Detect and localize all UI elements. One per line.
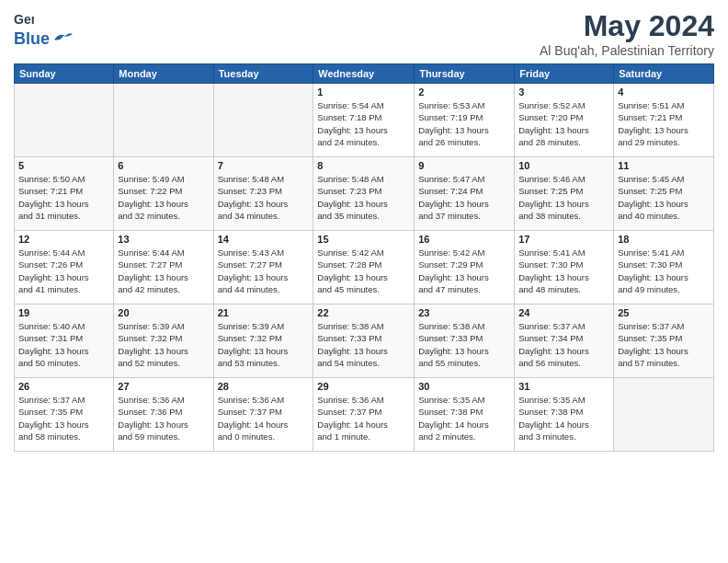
day-number-14: 14 (218, 234, 310, 245)
header-monday: Monday (114, 64, 213, 84)
day-number-1: 1 (317, 86, 410, 98)
day-info-10: Sunrise: 5:46 AM Sunset: 7:25 PM Dayligh… (518, 173, 609, 222)
day-info-1: Sunrise: 5:54 AM Sunset: 7:18 PM Dayligh… (317, 99, 410, 148)
day-number-15: 15 (317, 234, 410, 245)
cell-w3-d3: 22Sunrise: 5:38 AM Sunset: 7:33 PM Dayli… (313, 304, 415, 378)
day-number-2: 2 (418, 86, 510, 98)
header-saturday: Saturday (614, 64, 714, 84)
day-number-19: 19 (18, 307, 109, 318)
cell-w0-d3: 1Sunrise: 5:54 AM Sunset: 7:18 PM Daylig… (313, 84, 415, 157)
calendar-header-row: Sunday Monday Tuesday Wednesday Thursday… (15, 64, 714, 84)
week-row-1: 5Sunrise: 5:50 AM Sunset: 7:21 PM Daylig… (15, 157, 714, 231)
day-number-4: 4 (618, 86, 710, 98)
cell-w2-d3: 15Sunrise: 5:42 AM Sunset: 7:28 PM Dayli… (313, 231, 415, 304)
cell-w0-d0 (15, 84, 114, 157)
logo-icon: General (14, 9, 34, 29)
day-number-3: 3 (518, 86, 609, 98)
cell-w2-d2: 14Sunrise: 5:43 AM Sunset: 7:27 PM Dayli… (213, 231, 313, 304)
day-info-30: Sunrise: 5:35 AM Sunset: 7:38 PM Dayligh… (418, 394, 510, 442)
day-number-27: 27 (118, 381, 209, 392)
cell-w1-d5: 10Sunrise: 5:46 AM Sunset: 7:25 PM Dayli… (515, 157, 614, 231)
logo-bird-icon (52, 30, 74, 45)
cell-w2-d5: 17Sunrise: 5:41 AM Sunset: 7:30 PM Dayli… (515, 231, 614, 304)
day-info-24: Sunrise: 5:37 AM Sunset: 7:34 PM Dayligh… (518, 320, 609, 369)
day-number-17: 17 (518, 234, 609, 245)
cell-w2-d0: 12Sunrise: 5:44 AM Sunset: 7:26 PM Dayli… (15, 231, 114, 304)
cell-w0-d5: 3Sunrise: 5:52 AM Sunset: 7:20 PM Daylig… (515, 84, 614, 157)
day-number-26: 26 (18, 381, 109, 392)
cell-w3-d5: 24Sunrise: 5:37 AM Sunset: 7:34 PM Dayli… (515, 304, 614, 378)
day-info-12: Sunrise: 5:44 AM Sunset: 7:26 PM Dayligh… (18, 247, 109, 295)
cell-w3-d0: 19Sunrise: 5:40 AM Sunset: 7:31 PM Dayli… (15, 304, 114, 378)
day-info-16: Sunrise: 5:42 AM Sunset: 7:29 PM Dayligh… (418, 247, 510, 295)
day-info-3: Sunrise: 5:52 AM Sunset: 7:20 PM Dayligh… (518, 99, 609, 148)
day-number-24: 24 (518, 307, 609, 318)
day-info-27: Sunrise: 5:36 AM Sunset: 7:36 PM Dayligh… (118, 394, 209, 442)
day-number-23: 23 (418, 307, 510, 318)
day-number-10: 10 (518, 160, 609, 171)
day-info-17: Sunrise: 5:41 AM Sunset: 7:30 PM Dayligh… (518, 247, 609, 295)
cell-w0-d1 (114, 84, 213, 157)
day-info-8: Sunrise: 5:48 AM Sunset: 7:23 PM Dayligh… (317, 173, 410, 222)
day-number-6: 6 (118, 160, 209, 171)
cell-w2-d6: 18Sunrise: 5:41 AM Sunset: 7:30 PM Dayli… (614, 231, 714, 304)
day-info-4: Sunrise: 5:51 AM Sunset: 7:21 PM Dayligh… (618, 99, 710, 148)
week-row-0: 1Sunrise: 5:54 AM Sunset: 7:18 PM Daylig… (15, 84, 714, 157)
day-number-29: 29 (317, 381, 410, 392)
title-block: May 2024 Al Buq'ah, Palestinian Territor… (540, 9, 714, 58)
cell-w4-d4: 30Sunrise: 5:35 AM Sunset: 7:38 PM Dayli… (415, 378, 515, 452)
day-info-6: Sunrise: 5:49 AM Sunset: 7:22 PM Dayligh… (118, 173, 209, 222)
page: General Blue May 2024 Al Buq'ah, Palesti… (0, 0, 728, 563)
day-number-16: 16 (418, 234, 510, 245)
logo-blue-text: Blue (14, 29, 50, 49)
day-info-21: Sunrise: 5:39 AM Sunset: 7:32 PM Dayligh… (218, 320, 310, 369)
day-info-7: Sunrise: 5:48 AM Sunset: 7:23 PM Dayligh… (218, 173, 310, 222)
day-info-20: Sunrise: 5:39 AM Sunset: 7:32 PM Dayligh… (118, 320, 209, 369)
header-wednesday: Wednesday (313, 64, 415, 84)
cell-w4-d5: 31Sunrise: 5:35 AM Sunset: 7:38 PM Dayli… (515, 378, 614, 452)
subtitle: Al Buq'ah, Palestinian Territory (540, 43, 714, 58)
header-tuesday: Tuesday (213, 64, 313, 84)
week-row-3: 19Sunrise: 5:40 AM Sunset: 7:31 PM Dayli… (15, 304, 714, 378)
day-number-12: 12 (18, 234, 109, 245)
day-info-28: Sunrise: 5:36 AM Sunset: 7:37 PM Dayligh… (218, 394, 310, 442)
day-info-23: Sunrise: 5:38 AM Sunset: 7:33 PM Dayligh… (418, 320, 510, 369)
day-number-30: 30 (418, 381, 510, 392)
cell-w3-d4: 23Sunrise: 5:38 AM Sunset: 7:33 PM Dayli… (415, 304, 515, 378)
day-info-26: Sunrise: 5:37 AM Sunset: 7:35 PM Dayligh… (18, 394, 109, 442)
day-info-18: Sunrise: 5:41 AM Sunset: 7:30 PM Dayligh… (618, 247, 710, 295)
cell-w2-d1: 13Sunrise: 5:44 AM Sunset: 7:27 PM Dayli… (114, 231, 213, 304)
day-info-25: Sunrise: 5:37 AM Sunset: 7:35 PM Dayligh… (618, 320, 710, 369)
cell-w1-d2: 7Sunrise: 5:48 AM Sunset: 7:23 PM Daylig… (213, 157, 313, 231)
week-row-2: 12Sunrise: 5:44 AM Sunset: 7:26 PM Dayli… (15, 231, 714, 304)
main-title: May 2024 (540, 9, 714, 43)
cell-w1-d0: 5Sunrise: 5:50 AM Sunset: 7:21 PM Daylig… (15, 157, 114, 231)
day-info-31: Sunrise: 5:35 AM Sunset: 7:38 PM Dayligh… (518, 394, 609, 442)
cell-w3-d1: 20Sunrise: 5:39 AM Sunset: 7:32 PM Dayli… (114, 304, 213, 378)
day-number-7: 7 (218, 160, 310, 171)
day-info-29: Sunrise: 5:36 AM Sunset: 7:37 PM Dayligh… (317, 394, 410, 442)
cell-w4-d1: 27Sunrise: 5:36 AM Sunset: 7:36 PM Dayli… (114, 378, 213, 452)
day-info-9: Sunrise: 5:47 AM Sunset: 7:24 PM Dayligh… (418, 173, 510, 222)
day-info-15: Sunrise: 5:42 AM Sunset: 7:28 PM Dayligh… (317, 247, 410, 295)
cell-w1-d4: 9Sunrise: 5:47 AM Sunset: 7:24 PM Daylig… (415, 157, 515, 231)
day-number-25: 25 (618, 307, 710, 318)
day-number-8: 8 (317, 160, 410, 171)
day-info-11: Sunrise: 5:45 AM Sunset: 7:25 PM Dayligh… (618, 173, 710, 222)
cell-w4-d3: 29Sunrise: 5:36 AM Sunset: 7:37 PM Dayli… (313, 378, 415, 452)
header-thursday: Thursday (415, 64, 515, 84)
day-number-28: 28 (218, 381, 310, 392)
cell-w0-d4: 2Sunrise: 5:53 AM Sunset: 7:19 PM Daylig… (415, 84, 515, 157)
header: General Blue May 2024 Al Buq'ah, Palesti… (14, 9, 714, 58)
header-sunday: Sunday (15, 64, 114, 84)
cell-w1-d6: 11Sunrise: 5:45 AM Sunset: 7:25 PM Dayli… (614, 157, 714, 231)
cell-w4-d0: 26Sunrise: 5:37 AM Sunset: 7:35 PM Dayli… (15, 378, 114, 452)
day-info-13: Sunrise: 5:44 AM Sunset: 7:27 PM Dayligh… (118, 247, 209, 295)
cell-w3-d6: 25Sunrise: 5:37 AM Sunset: 7:35 PM Dayli… (614, 304, 714, 378)
day-number-18: 18 (618, 234, 710, 245)
week-row-4: 26Sunrise: 5:37 AM Sunset: 7:35 PM Dayli… (15, 378, 714, 452)
day-info-14: Sunrise: 5:43 AM Sunset: 7:27 PM Dayligh… (218, 247, 310, 295)
cell-w4-d6 (614, 378, 714, 452)
cell-w0-d6: 4Sunrise: 5:51 AM Sunset: 7:21 PM Daylig… (614, 84, 714, 157)
day-number-22: 22 (317, 307, 410, 318)
